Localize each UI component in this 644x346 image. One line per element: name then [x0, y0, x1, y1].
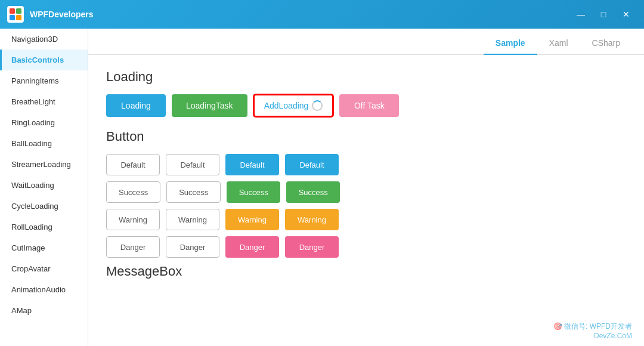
danger-outlined-button-1[interactable]: Danger: [106, 236, 160, 258]
sidebar-item-ballloading[interactable]: BallLoading: [0, 133, 88, 154]
tab-bar: Sample Xaml CSharp: [88, 29, 644, 55]
loading-section-title: Loading: [106, 69, 626, 85]
success-filled-button-2[interactable]: Success: [286, 181, 340, 203]
svg-rect-3: [16, 15, 21, 20]
app-body: Navigation3D BasicControls PanningItems …: [0, 29, 644, 346]
maximize-button[interactable]: □: [593, 6, 614, 23]
content-scroll: Loading Loading LoadingTask AddLoading O…: [88, 55, 644, 346]
loading-button[interactable]: Loading: [106, 94, 166, 117]
button-section-title: Button: [106, 129, 626, 144]
sidebar-item-cropavatar[interactable]: CropAvatar: [0, 258, 88, 279]
watermark-line1: 🎯 微信号: WPFD开发者: [553, 322, 632, 330]
danger-button-row: Danger Danger Danger Danger: [106, 236, 626, 258]
svg-rect-2: [10, 15, 15, 20]
sidebar-item-ringloading[interactable]: RingLoading: [0, 112, 88, 133]
default-outlined-button-1[interactable]: Default: [106, 154, 160, 175]
sidebar-item-basiccontrols[interactable]: BasicControls: [0, 50, 88, 70]
default-filled-button-2[interactable]: Default: [285, 154, 339, 175]
title-bar: WPFDevelopers — □ ✕: [0, 0, 644, 29]
danger-filled-button-1[interactable]: Danger: [225, 236, 279, 258]
warning-outlined-button-2[interactable]: Warning: [166, 209, 219, 230]
messagebox-section-title: MessageBox: [106, 264, 626, 279]
minimize-button[interactable]: —: [570, 6, 592, 23]
app-logo: [7, 6, 24, 23]
sidebar-item-rollloading[interactable]: RollLoading: [0, 217, 88, 237]
sidebar-item-amap[interactable]: AMap: [0, 300, 88, 321]
warning-filled-button-1[interactable]: Warning: [225, 209, 279, 230]
watermark-line2: DevZe.CoM: [594, 332, 632, 340]
default-button-row: Default Default Default Default: [106, 154, 626, 175]
sidebar-item-waitloading[interactable]: WaitLoading: [0, 175, 88, 196]
success-outlined-button-1[interactable]: Success: [106, 181, 160, 203]
warning-filled-button-2[interactable]: Warning: [285, 209, 339, 230]
sidebar-item-breathelight[interactable]: BreatheLight: [0, 91, 88, 112]
content-area: Sample Xaml CSharp Loading Loading Loadi…: [88, 29, 644, 346]
loading-section: Loading Loading LoadingTask AddLoading O…: [106, 69, 626, 117]
warning-button-row: Warning Warning Warning Warning: [106, 209, 626, 230]
close-button[interactable]: ✕: [615, 6, 637, 23]
sidebar-item-cutimage[interactable]: CutImage: [0, 237, 88, 258]
messagebox-section: MessageBox: [106, 264, 626, 279]
offtask-button[interactable]: Off Task: [339, 94, 399, 117]
app-title: WPFDevelopers: [30, 10, 570, 19]
watermark: 🎯 微信号: WPFD开发者 DevZe.CoM: [553, 322, 632, 340]
success-outlined-button-2[interactable]: Success: [166, 181, 221, 203]
warning-outlined-button-1[interactable]: Warning: [106, 209, 160, 230]
sidebar-item-cycleloading[interactable]: CycleLoading: [0, 196, 88, 217]
loading-spinner: [312, 100, 323, 111]
svg-rect-1: [16, 8, 21, 14]
tab-csharp[interactable]: CSharp: [580, 32, 632, 55]
addloading-label: AddLoading: [264, 101, 309, 110]
success-button-row: Success Success Success Success: [106, 181, 626, 203]
sidebar-item-animationaudio[interactable]: AnimationAudio: [0, 279, 88, 300]
sidebar-item-streamerloading[interactable]: StreamerLoading: [0, 154, 88, 175]
loadingtask-button[interactable]: LoadingTask: [172, 94, 247, 117]
default-filled-button-1[interactable]: Default: [225, 154, 279, 175]
danger-filled-button-2[interactable]: Danger: [285, 236, 339, 258]
danger-outlined-button-2[interactable]: Danger: [166, 236, 219, 258]
success-filled-button-1[interactable]: Success: [227, 181, 280, 203]
loading-button-row: Loading LoadingTask AddLoading Off Task: [106, 94, 626, 117]
sidebar-item-navigation3d[interactable]: Navigation3D: [0, 29, 88, 50]
tab-xaml[interactable]: Xaml: [537, 32, 580, 55]
sidebar: Navigation3D BasicControls PanningItems …: [0, 29, 88, 346]
sidebar-item-panningitems[interactable]: PanningItems: [0, 70, 88, 91]
button-section: Button Default Default Default Default S…: [106, 129, 626, 258]
svg-rect-0: [10, 8, 15, 14]
window-controls: — □ ✕: [570, 6, 637, 23]
default-outlined-button-2[interactable]: Default: [166, 154, 219, 175]
tab-sample[interactable]: Sample: [484, 32, 537, 55]
addloading-button[interactable]: AddLoading: [253, 94, 334, 117]
